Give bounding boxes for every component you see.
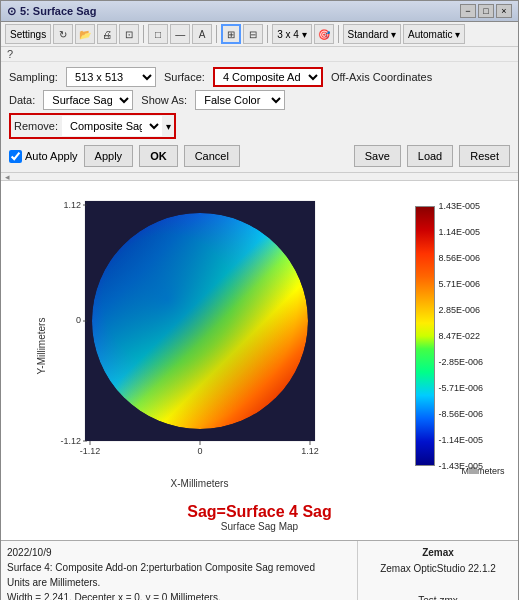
info-file: Test.zmx [364,593,512,600]
info-surface: Surface 4: Composite Add-on 2:perturbati… [7,560,351,575]
info-spacer [364,577,512,593]
buttons-row: Auto Apply Apply OK Cancel Save Load Res… [9,145,510,167]
size-label: 3 x 4 ▾ [277,29,306,40]
data-select[interactable]: Surface Sag [43,90,133,110]
svg-text:-1.12: -1.12 [79,446,100,456]
cancel-button[interactable]: Cancel [184,145,240,167]
sep3 [267,25,268,43]
refresh-button[interactable]: ↻ [53,24,73,44]
x-axis-label: X-Millimeters [171,478,229,489]
line-tool[interactable]: — [170,24,190,44]
sep2 [216,25,217,43]
info-width: Width = 2.241, Decenter x = 0, y = 0 Mil… [7,590,351,600]
plot-area: Y-Millimeters [1,181,518,540]
info-left: 2022/10/9 Surface 4: Composite Add-on 2:… [1,541,358,600]
sampling-select[interactable]: 513 x 513 [66,67,156,87]
surface-label: Surface: [164,71,205,83]
info-right: Zemax Zemax OpticStudio 22.1.2 Test.zmx … [358,541,518,600]
info-area: 2022/10/9 Surface 4: Composite Add-on 2:… [1,540,518,600]
reset-button[interactable]: Reset [459,145,510,167]
automatic-label: Automatic ▾ [408,29,460,40]
text-tool[interactable]: A [192,24,212,44]
colorbar-labels: 1.43E-005 1.14E-005 8.56E-006 5.71E-006 … [439,201,484,471]
window-title-area: ⊙ 5: Surface Sag [7,5,96,18]
maximize-button[interactable]: □ [478,4,494,18]
settings-label: Settings [10,29,46,40]
info-version: Zemax OpticStudio 22.1.2 [364,561,512,577]
data-label: Data: [9,94,35,106]
size-dropdown[interactable]: 3 x 4 ▾ [272,24,311,44]
remove-chevron: ▾ [166,121,171,132]
plot-svg: 1.12 0 -1.12 -1.12 0 1.12 [55,196,340,476]
minimize-button[interactable]: − [460,4,476,18]
window-title: 5: Surface Sag [20,5,96,17]
show-as-label: Show As: [141,94,187,106]
print-button[interactable]: 🖨 [97,24,117,44]
ok-button[interactable]: OK [139,145,178,167]
cb-label-3: 5.71E-006 [439,279,484,289]
remove-box: Remove: Composite Sag ▾ [9,113,176,139]
cb-label-9: -1.14E-005 [439,435,484,445]
svg-text:1.12: 1.12 [301,446,319,456]
open-button[interactable]: 📂 [75,24,95,44]
close-button[interactable]: × [496,4,512,18]
svg-point-4 [92,213,308,429]
sampling-label: Sampling: [9,71,58,83]
automatic-dropdown[interactable]: Automatic ▾ [403,24,465,44]
auto-apply-label[interactable]: Auto Apply [9,150,78,163]
sep4 [338,25,339,43]
auto-apply-checkbox[interactable] [9,150,22,163]
svg-text:1.12: 1.12 [63,200,81,210]
plot-container: Y-Millimeters [15,191,505,501]
apply-button[interactable]: Apply [84,145,134,167]
window-icon: ⊙ [7,5,16,18]
help-row: ? [1,47,518,62]
grid-view[interactable]: ⊞ [221,24,241,44]
off-axis-label: Off-Axis Coordinates [331,71,432,83]
cb-label-6: -2.85E-006 [439,357,484,367]
cb-label-0: 1.43E-005 [439,201,484,211]
scroll-indicator: ◂ [1,173,518,181]
help-icon[interactable]: ? [7,48,13,60]
sep1 [143,25,144,43]
surface-select[interactable]: 4 Composite Adc ▾ [213,67,323,87]
info-zemax: Zemax [364,545,512,561]
remove-select[interactable]: Composite Sag [62,116,162,136]
info-units: Units are Millimeters. [7,575,351,590]
info-date: 2022/10/9 [7,545,351,560]
window-controls[interactable]: − □ × [460,4,512,18]
svg-text:-1.12: -1.12 [60,436,81,446]
plot-inner: 1.12 0 -1.12 -1.12 0 1.12 [55,196,340,476]
toolbar: Settings ↻ 📂 🖨 ⊡ □ — A ⊞ ⊟ 3 x 4 ▾ 🎯 Sta… [1,22,518,47]
copy-button[interactable]: ⊡ [119,24,139,44]
cb-label-2: 8.56E-006 [439,253,484,263]
cb-label-1: 1.14E-005 [439,227,484,237]
save-button[interactable]: Save [354,145,401,167]
colorbar-gradient [415,206,435,466]
y-axis-label: Y-Millimeters [35,318,46,375]
colorbar-unit: Millimeters [461,466,504,476]
standard-dropdown[interactable]: Standard ▾ [343,24,401,44]
controls-area: Sampling: 513 x 513 Surface: 4 Composite… [1,62,518,173]
colorbar: 1.43E-005 1.14E-005 8.56E-006 5.71E-006 … [415,196,505,476]
select-tool[interactable]: □ [148,24,168,44]
cb-label-5: 8.47E-022 [439,331,484,341]
target-icon[interactable]: 🎯 [314,24,334,44]
svg-text:0: 0 [197,446,202,456]
cb-label-4: 2.85E-006 [439,305,484,315]
standard-label: Standard ▾ [348,29,396,40]
settings-dropdown[interactable]: Settings [5,24,51,44]
cb-label-7: -5.71E-006 [439,383,484,393]
svg-text:0: 0 [75,315,80,325]
plot-subtitle: Surface Sag Map [221,521,298,532]
cb-label-8: -8.56E-006 [439,409,484,419]
title-bar: ⊙ 5: Surface Sag − □ × [1,1,518,22]
layout-view[interactable]: ⊟ [243,24,263,44]
remove-label: Remove: [14,120,58,132]
show-as-select[interactable]: False Color [195,90,285,110]
plot-title: Sag=Surface 4 Sag [187,503,332,521]
load-button[interactable]: Load [407,145,453,167]
